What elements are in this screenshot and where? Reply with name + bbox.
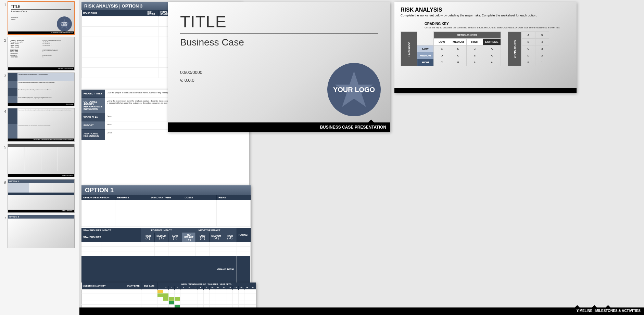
stakeholder-table: STAKEHOLDER IMPACTPOSITIVE IMPACTNEGATIV… — [81, 228, 251, 283]
risk-sub: Complete the worksheet below by detailin… — [401, 14, 570, 17]
logo-placeholder: YOUR LOGO — [327, 63, 381, 116]
thumb-number: 2 — [1, 37, 6, 42]
grading-key-title: GRADING KEY — [425, 22, 570, 26]
thumb-row[interactable]: 2PROJECT OVERVIEWParagraph description• … — [1, 37, 78, 70]
main-subtitle: Business Case — [180, 37, 378, 48]
thumb-number: 3 — [1, 73, 6, 78]
thumb-row[interactable]: 6OPTION 1VIABLE OPTION 1 — [1, 179, 78, 213]
thumb-number: 6 — [1, 179, 6, 185]
thumb-number: 7 — [1, 215, 6, 220]
thumb-row[interactable]: 7OPTION 2 — [1, 215, 78, 248]
slide-option1: OPTION 1 OPTION DESCRIPTIONBENEFITSDISAD… — [81, 185, 251, 283]
option-table: OPTION DESCRIPTIONBENEFITSDISADVANTAGESC… — [81, 195, 251, 227]
thumb-number: 5 — [1, 144, 6, 149]
slide-thumbnail[interactable]: Lorem ipsum placeholder describing the p… — [8, 108, 75, 142]
thumb-row[interactable]: 5STAKEHOLDERS — [1, 144, 78, 177]
footer-text: BUSINESS CASE PRESENTATION — [168, 122, 390, 132]
slide-risk-analysis: RISK ANALYSIS Complete the worksheet bel… — [394, 2, 577, 93]
slide-thumbnail[interactable]: STAKEHOLDERS — [8, 144, 75, 177]
thumb-row[interactable]: 4Lorem ipsum placeholder describing the … — [1, 108, 78, 142]
grade-rating-table: GRADE RATINGA5B4C3D2E1 — [508, 31, 549, 66]
divider — [180, 33, 378, 34]
grading-key-sub: Utilize the key to calculate the combine… — [425, 26, 570, 29]
thumb-number: 4 — [1, 108, 6, 114]
slide-thumbnail[interactable]: PROJECT OVERVIEWParagraph description• B… — [8, 37, 75, 70]
slide-thumbnails-panel[interactable]: 1TITLEBusiness Case00/00/0000v. 0.0.0YOU… — [0, 0, 79, 315]
slide-footer — [394, 88, 577, 93]
option-title: OPTION 1 — [81, 185, 251, 195]
thumb-row[interactable]: 3Describe in one line the intended benef… — [1, 73, 78, 106]
slide-footer: BUSINESS CASE PRESENTATION — [168, 122, 390, 132]
thumb-number: 1 — [1, 1, 6, 7]
footer-text: TIMELINE | MILESTONES & ACTIVITIES — [577, 309, 641, 313]
slide-thumbnail[interactable]: TITLEBusiness Case00/00/0000v. 0.0.0YOUR… — [8, 1, 75, 35]
risk-matrix-table: LIKELIHOODSERIOUSNESSLOWMEDIUMHIGHEXTREM… — [401, 31, 501, 66]
slide-canvas: TITLE Business Case 00/00/0000 v. 0.0.0 … — [79, 0, 644, 315]
slide-timeline: MILESTONE / ACTIVITYSTART DATEEND DATEWE… — [81, 283, 256, 315]
logo-text: YOUR LOGO — [333, 86, 375, 93]
risk-title: RISK ANALYSIS — [401, 7, 570, 13]
slide-thumbnail[interactable]: OPTION 2 — [8, 215, 75, 248]
slide-thumbnail[interactable]: Describe in one line the intended benefi… — [8, 73, 75, 106]
slide-thumbnail[interactable]: OPTION 1VIABLE OPTION 1 — [8, 179, 75, 213]
slide-footer: TIMELINE | MILESTONES & ACTIVITIES — [79, 307, 644, 315]
risk3-title: RISK ANALYSIS | OPTION 3 — [84, 3, 142, 9]
slide-title: TITLE Business Case 00/00/0000 v. 0.0.0 … — [168, 2, 390, 132]
main-title: TITLE — [180, 12, 378, 31]
thumb-row[interactable]: 1TITLEBusiness Case00/00/0000v. 0.0.0YOU… — [1, 1, 78, 35]
